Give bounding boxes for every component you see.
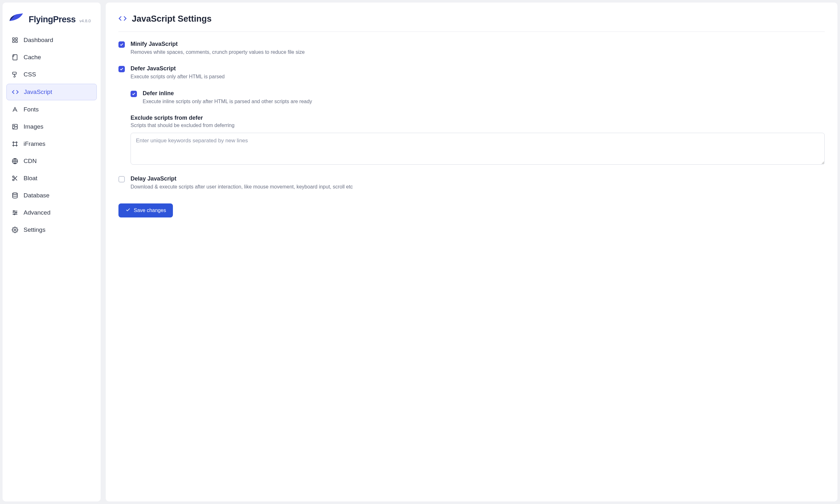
- sidebar-item-dashboard[interactable]: Dashboard: [6, 32, 97, 48]
- sidebar-item-label: Advanced: [23, 209, 51, 216]
- settings-list: Minify JavaScript Removes white spaces, …: [119, 41, 825, 217]
- image-icon: [12, 123, 18, 130]
- sidebar-nav: Dashboard Cache CSS JavaScript Fonts: [6, 32, 97, 238]
- sidebar-item-fonts[interactable]: Fonts: [6, 102, 97, 118]
- main-panel: JavaScript Settings Minify JavaScript Re…: [106, 2, 838, 502]
- sidebar-item-database[interactable]: Database: [6, 187, 97, 203]
- save-button-label: Save changes: [134, 208, 166, 213]
- svg-point-23: [13, 211, 14, 211]
- svg-rect-1: [16, 38, 18, 40]
- sidebar-item-label: JavaScript: [24, 89, 52, 95]
- sliders-icon: [12, 209, 18, 216]
- svg-rect-2: [13, 41, 15, 43]
- sidebar-item-label: Cache: [23, 54, 41, 61]
- sidebar-item-label: Fonts: [23, 106, 39, 113]
- globe-icon: [12, 158, 18, 165]
- setting-title: Defer JavaScript: [130, 65, 825, 72]
- minify-checkbox[interactable]: [119, 41, 125, 48]
- defer-checkbox[interactable]: [119, 66, 125, 72]
- sidebar-item-cdn[interactable]: CDN: [6, 153, 97, 169]
- sidebar-item-settings[interactable]: Settings: [6, 222, 97, 238]
- setting-desc: Execute scripts only after HTML is parse…: [130, 73, 825, 80]
- paintbrush-icon: [12, 71, 18, 78]
- defer-inline-checkbox[interactable]: [130, 91, 137, 97]
- exclude-desc: Scripts that should be excluded from def…: [130, 123, 825, 128]
- defer-sub-settings: Defer inline Execute inline scripts only…: [130, 90, 825, 105]
- scissors-icon: [12, 175, 18, 182]
- code-icon: [12, 89, 19, 95]
- sidebar-item-label: Dashboard: [23, 37, 53, 43]
- setting-desc: Download & execute scripts after user in…: [130, 183, 825, 191]
- svg-point-19: [13, 193, 18, 195]
- check-icon: [125, 207, 130, 214]
- svg-point-25: [14, 214, 15, 215]
- page-header: JavaScript Settings: [119, 14, 825, 32]
- exclude-defer-block: Exclude scripts from defer Scripts that …: [130, 114, 825, 166]
- setting-delay: Delay JavaScript Download & execute scri…: [119, 176, 825, 191]
- file-icon: [12, 54, 18, 61]
- svg-point-24: [16, 212, 17, 213]
- setting-title: Defer inline: [143, 90, 825, 97]
- sidebar-item-label: Bloat: [23, 175, 37, 182]
- svg-rect-3: [16, 41, 18, 43]
- frame-icon: [12, 140, 18, 147]
- sidebar-item-iframes[interactable]: iFrames: [6, 136, 97, 152]
- sidebar-item-label: Settings: [23, 227, 46, 233]
- sidebar-item-label: iFrames: [23, 140, 46, 147]
- sidebar-item-bloat[interactable]: Bloat: [6, 170, 97, 186]
- setting-defer-inline: Defer inline Execute inline scripts only…: [130, 90, 825, 105]
- setting-minify: Minify JavaScript Removes white spaces, …: [119, 41, 825, 56]
- svg-point-8: [14, 125, 15, 126]
- exclude-title: Exclude scripts from defer: [130, 114, 825, 121]
- grid-icon: [12, 37, 18, 43]
- sidebar-item-cache[interactable]: Cache: [6, 49, 97, 65]
- svg-point-26: [14, 229, 16, 231]
- code-icon: [119, 14, 127, 24]
- sidebar-item-label: CSS: [23, 71, 36, 78]
- sidebar-item-label: Images: [23, 123, 43, 130]
- sidebar-item-javascript[interactable]: JavaScript: [6, 84, 97, 100]
- setting-title: Delay JavaScript: [130, 176, 825, 182]
- svg-point-16: [13, 179, 14, 181]
- logo-icon: [9, 13, 25, 22]
- page-title: JavaScript Settings: [132, 14, 212, 24]
- setting-desc: Execute inline scripts only after HTML i…: [143, 98, 825, 105]
- app-version: v4.8.0: [79, 18, 91, 23]
- setting-title: Minify JavaScript: [130, 41, 825, 48]
- sidebar-item-label: Database: [23, 192, 49, 199]
- sidebar-item-css[interactable]: CSS: [6, 67, 97, 83]
- sidebar-item-advanced[interactable]: Advanced: [6, 205, 97, 221]
- svg-rect-4: [13, 55, 17, 60]
- sidebar-item-images[interactable]: Images: [6, 119, 97, 135]
- app-name: FlyingPress: [29, 15, 76, 24]
- logo-row: FlyingPress v4.8.0: [6, 10, 97, 32]
- sidebar: FlyingPress v4.8.0 Dashboard Cache CSS: [2, 2, 101, 502]
- exclude-defer-textarea[interactable]: [130, 133, 825, 165]
- sidebar-item-label: CDN: [23, 158, 37, 165]
- svg-rect-0: [13, 38, 15, 40]
- save-button[interactable]: Save changes: [119, 203, 173, 217]
- font-icon: [12, 106, 18, 113]
- setting-desc: Removes white spaces, comments, crunch p…: [130, 49, 825, 56]
- svg-rect-5: [13, 72, 17, 74]
- setting-defer: Defer JavaScript Execute scripts only af…: [119, 65, 825, 80]
- database-icon: [12, 192, 18, 199]
- delay-checkbox[interactable]: [119, 176, 125, 182]
- gear-icon: [12, 227, 18, 233]
- svg-point-15: [13, 176, 14, 178]
